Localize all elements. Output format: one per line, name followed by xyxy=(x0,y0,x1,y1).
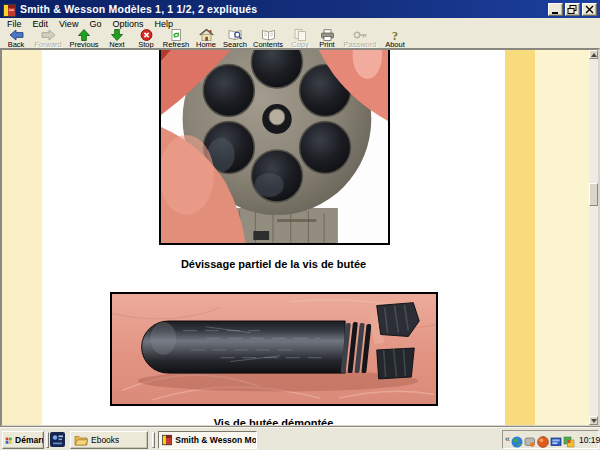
windows-flag-icon xyxy=(5,435,13,446)
figure1-caption: Dévissage partiel de la vis de butée xyxy=(42,258,505,270)
start-button[interactable]: Démarrer xyxy=(2,431,44,449)
scroll-down-button[interactable] xyxy=(589,416,598,425)
forward-button[interactable]: Forward xyxy=(30,30,66,48)
menu-help[interactable]: Help xyxy=(150,19,177,29)
about-button[interactable]: ? About xyxy=(380,30,410,48)
taskbar-band-handle-2[interactable] xyxy=(152,432,155,448)
refresh-button[interactable]: Refresh xyxy=(160,30,192,48)
menu-file[interactable]: File xyxy=(3,19,26,29)
copy-button[interactable]: Copy xyxy=(286,30,314,48)
restore-icon xyxy=(567,5,578,14)
previous-button[interactable]: Previous xyxy=(66,30,102,48)
orange-ball-tray-icon[interactable] xyxy=(537,434,549,446)
title-bar: Smith & Wesson Modèles 1, 1 1/2, 2 expli… xyxy=(0,0,600,18)
menu-options[interactable]: Options xyxy=(108,19,147,29)
app-window: Smith & Wesson Modèles 1, 1 1/2, 2 expli… xyxy=(0,0,600,427)
toolbar: Back Forward Previous Next Stop xyxy=(0,30,600,48)
app-icon[interactable] xyxy=(3,3,16,16)
menu-edit[interactable]: Edit xyxy=(29,19,53,29)
menu-go[interactable]: Go xyxy=(85,19,105,29)
print-button[interactable]: Print xyxy=(314,30,340,48)
quick-launch-icon[interactable] xyxy=(50,432,65,447)
content-viewport: Dévissage partiel de la vis de butée xyxy=(0,48,600,427)
system-tray: « xyxy=(502,430,599,449)
next-button[interactable]: Next xyxy=(102,30,132,48)
home-button[interactable]: Home xyxy=(192,30,220,48)
stop-screw-photo xyxy=(110,292,438,406)
menu-view[interactable]: View xyxy=(55,19,82,29)
pointing-device-tray-icon[interactable] xyxy=(524,434,536,446)
password-button[interactable]: Password xyxy=(340,30,380,48)
globe-tray-icon[interactable] xyxy=(511,434,523,446)
ebook-app-icon xyxy=(162,434,172,446)
start-label: Démarrer xyxy=(15,435,43,445)
page-background-stripe xyxy=(505,50,535,425)
stop-button[interactable]: Stop xyxy=(132,30,160,48)
taskbar: Démarrer Ebooks Smith & Wesson Mod... « xyxy=(0,427,600,450)
scroll-up-button[interactable] xyxy=(589,50,598,59)
network-window-tray-icon[interactable] xyxy=(550,434,562,446)
window-title: Smith & Wesson Modèles 1, 1 1/2, 2 expli… xyxy=(20,3,548,15)
taskbar-task-ebooks[interactable]: Ebooks xyxy=(70,431,148,449)
cylinder-photo xyxy=(159,48,390,245)
tray-expand-chevron[interactable]: « xyxy=(505,435,510,444)
restore-button[interactable] xyxy=(565,3,580,16)
page-background-margin xyxy=(535,50,589,425)
scrollbar-thumb[interactable] xyxy=(589,183,598,206)
close-button[interactable] xyxy=(582,3,597,16)
taskbar-clock[interactable]: 10:19 xyxy=(579,435,600,445)
open-folder-icon xyxy=(74,435,88,446)
vertical-scrollbar[interactable] xyxy=(589,50,598,425)
back-button[interactable]: Back xyxy=(2,30,30,48)
figure2-caption: Vis de butée démontée xyxy=(42,417,505,427)
taskbar-task-smith-wesson[interactable]: Smith & Wesson Mod... xyxy=(158,431,257,449)
contents-button[interactable]: Contents xyxy=(250,30,286,48)
minimize-icon xyxy=(550,5,561,14)
close-icon xyxy=(584,5,595,14)
display-colors-tray-icon[interactable] xyxy=(563,434,575,446)
minimize-button[interactable] xyxy=(548,3,563,16)
search-button[interactable]: Search xyxy=(220,30,250,48)
taskbar-band-handle[interactable] xyxy=(46,432,49,448)
